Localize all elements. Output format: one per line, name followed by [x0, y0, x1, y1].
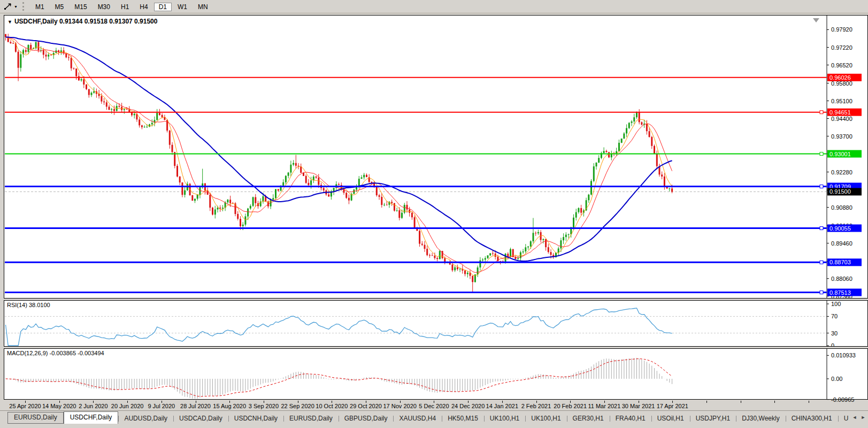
date-label: 28 Jul 2020 [180, 403, 211, 409]
date-label: 2 Jun 2020 [79, 403, 107, 409]
rsi-chart-svg[interactable]: 10070300 [4, 301, 867, 346]
symbol-tab-dj30-weekly[interactable]: DJ30,Weekly [736, 414, 785, 424]
timeframe-buttons: M1M5M15M30H1H4D1W1MN [30, 2, 213, 12]
rsi-tick-label: 70 [831, 313, 838, 319]
date-label: 30 Mar 2021 [622, 403, 655, 409]
rsi-line [6, 308, 672, 346]
level-handle[interactable] [820, 291, 823, 294]
macd-indicator-label: MACD(12,26,9) -0.003865 -0.003494 [7, 350, 104, 356]
symbol-tab-eurusd-daily[interactable]: EURUSD,Daily [283, 414, 339, 424]
svg-text:0.87513: 0.87513 [829, 289, 851, 296]
crosshair-tool-icon [4, 3, 12, 10]
price-tick-label: 0.96520 [831, 62, 852, 68]
toolbar: ▼ M1M5M15M30H1H4D1W1MN [0, 0, 868, 13]
date-label: 22 Sep 2020 [281, 403, 314, 409]
rsi-panel[interactable]: 10070300 RSI(14) 38.0100 [4, 300, 868, 347]
timeframe-button-w1[interactable]: W1 [173, 3, 192, 11]
chart-tabs: EURUSD,DailyUSDCHF,DailyAUDUSD,DailyUSDC… [0, 410, 868, 424]
date-label: 3 Sep 2020 [249, 403, 279, 409]
tab-scroll-right-icon[interactable]: ► [860, 415, 866, 420]
current-price-badge: 0.91500 [827, 188, 862, 195]
date-label: 29 Oct 2020 [350, 403, 382, 409]
timeframe-button-d1[interactable]: D1 [154, 3, 172, 11]
candles [5, 34, 673, 292]
level-handle[interactable] [820, 261, 823, 264]
date-label: 10 Oct 2020 [316, 403, 348, 409]
price-tick-label: 0.97220 [831, 44, 852, 51]
level-price-badge: 0.88703 [827, 258, 862, 266]
dropdown-caret-icon: ▼ [14, 5, 18, 9]
macd-histogram [6, 358, 672, 399]
date-label: 11 Mar 2021 [588, 403, 620, 409]
timeframe-button-h1[interactable]: H1 [116, 3, 134, 11]
svg-text:0.88703: 0.88703 [829, 259, 851, 265]
svg-text:0.94651: 0.94651 [829, 109, 851, 116]
symbol-tab-eurusd-daily[interactable]: EURUSD,Daily [7, 412, 64, 424]
rsi-indicator-label: RSI(14) 38.0100 [7, 302, 50, 308]
price-tick-label: 0.88060 [831, 276, 852, 282]
date-label: 5 Dec 2020 [419, 403, 449, 409]
date-axis: 25 Apr 202014 May 20202 Jun 202020 Jun 2… [4, 401, 868, 410]
chart-tool-button[interactable]: ▼ [2, 2, 19, 11]
svg-text:0.96026: 0.96026 [829, 74, 851, 81]
chart-shift-marker[interactable] [813, 18, 819, 22]
date-tick [706, 401, 707, 403]
date-label: 25 Apr 2020 [9, 403, 41, 409]
symbol-tab-usdcnh-daily[interactable]: USDCNH,Daily [228, 414, 283, 424]
timeframe-button-m5[interactable]: M5 [50, 3, 69, 11]
symbol-tab-xauusd-h4[interactable]: XAUUSD,H4 [393, 414, 442, 424]
symbol-tab-usdcad-daily[interactable]: USDCAD,Daily [173, 414, 228, 424]
toolbar-grip [22, 2, 26, 11]
date-tick [741, 401, 741, 403]
level-handle[interactable] [820, 185, 823, 188]
rsi-tick-label: 100 [831, 301, 841, 307]
chart-title: ▼USDCHF,Daily 0.91344 0.91518 0.91307 0.… [7, 18, 157, 25]
moving-average-10 [6, 37, 672, 272]
symbol-tab-hk50-m15[interactable]: HK50,M15 [442, 414, 484, 424]
tab-scroll-left-icon[interactable]: ◄ [851, 415, 858, 420]
level-handle[interactable] [820, 152, 823, 156]
price-tick-label: 0.90880 [831, 204, 852, 211]
svg-text:0.90055: 0.90055 [829, 225, 851, 232]
symbol-tab-uk100-h1[interactable]: UK100,H1 [525, 414, 566, 424]
date-label: 14 Jan 2021 [486, 403, 519, 409]
timeframe-button-h4[interactable]: H4 [135, 3, 152, 11]
macd-panel[interactable]: 0.0109330.00-0.00965 MACD(12,26,9) -0.00… [4, 348, 868, 400]
timeframe-button-m1[interactable]: M1 [30, 3, 49, 11]
date-label: 9 Jul 2020 [148, 403, 175, 409]
level-handle[interactable] [820, 111, 823, 114]
chart-title-text: USDCHF,Daily 0.91344 0.91518 0.91307 0.9… [14, 18, 158, 25]
symbol-tab-ger30-h1[interactable]: GER30,H1 [567, 414, 610, 424]
level-price-badge: 0.96026 [827, 74, 862, 81]
date-tick [774, 401, 775, 403]
price-panel[interactable]: 0.979200.972200.965200.958000.951000.944… [4, 15, 868, 299]
symbol-tab-usdchf-daily[interactable]: USDCHF,Daily [64, 411, 119, 424]
price-tick-label: 0.93700 [831, 133, 852, 140]
date-label: 20 Feb 2021 [554, 403, 587, 409]
symbol-tab-gbpusd-daily[interactable]: GBPUSD,Daily [339, 414, 394, 424]
svg-text:0.91500: 0.91500 [829, 188, 851, 195]
symbol-tab-uk100-h1[interactable]: UK100,H1 [484, 414, 525, 424]
collapse-triangle-icon[interactable]: ▼ [7, 19, 12, 25]
price-tick-label: 0.95100 [831, 98, 852, 104]
symbol-tab-audusd-daily[interactable]: AUDUSD,Daily [118, 414, 173, 424]
price-tick-label: 0.89460 [831, 240, 852, 247]
symbol-tab-usdjpy-h1[interactable]: USDJPY,H1 [690, 414, 736, 424]
date-tick [809, 401, 809, 403]
date-label: 15 Aug 2020 [213, 403, 246, 409]
symbol-tab-fra40-h1[interactable]: FRA40,H1 [610, 414, 651, 424]
symbol-tab-china300-h1[interactable]: CHINA300,H1 [786, 414, 838, 424]
price-chart-svg[interactable]: 0.979200.972200.965200.958000.951000.944… [4, 16, 867, 298]
timeframe-button-m15[interactable]: M15 [70, 3, 91, 11]
price-tick-label: 0.94400 [831, 116, 852, 122]
timeframe-button-mn[interactable]: MN [193, 3, 213, 11]
price-tick-label: 0.97920 [831, 26, 852, 33]
macd-tick-label: 0.00 [831, 376, 842, 382]
symbol-tab-usoil-h1[interactable]: USOil,H1 [651, 414, 690, 424]
level-price-badge: 0.87513 [827, 289, 862, 296]
date-label: 17 Apr 2021 [657, 403, 688, 409]
macd-chart-svg[interactable]: 0.0109330.00-0.00965 [4, 349, 867, 399]
timeframe-button-m30[interactable]: M30 [93, 3, 115, 11]
level-handle[interactable] [820, 227, 823, 230]
date-label: 24 Dec 2020 [451, 403, 485, 409]
